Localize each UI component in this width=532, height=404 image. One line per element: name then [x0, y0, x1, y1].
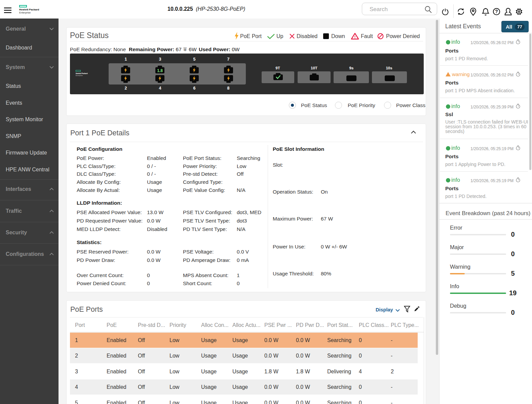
svg-text:!: ! — [354, 35, 356, 39]
svg-text:?: ? — [495, 9, 498, 14]
svg-text:1.8: 1.8 — [157, 68, 163, 73]
